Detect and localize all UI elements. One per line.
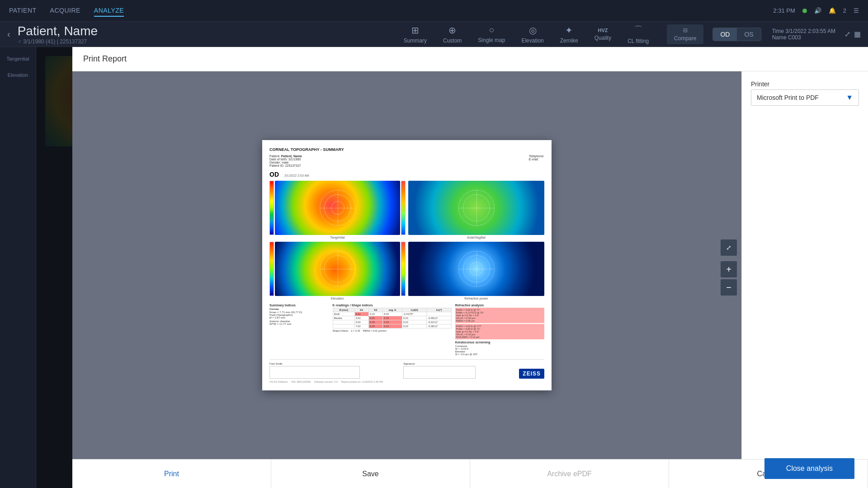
grid-icon[interactable]: ▦ [854,30,861,38]
doc-email: E-mail: [529,158,544,161]
tab-quality[interactable]: HVZ Quality [587,25,618,44]
refractive-map [408,242,544,296]
tab-clfitting[interactable]: ⌒ CL fitting [620,21,656,47]
singlemap-icon: ○ [489,25,494,35]
refractive-map-label: Refractive power [408,297,544,300]
close-analysis-button[interactable]: Close analysis [764,458,854,479]
doc-pvad-4: PVAD = 4.00 D @ 177°PVMs = 4.83 D @ 71°A… [455,324,544,339]
tab-custom[interactable]: ⊕ Custom [436,22,469,47]
compare-label: Compare [674,35,696,42]
doc-foot-smile-section: Foot Smile [269,362,360,379]
custom-icon: ⊕ [448,25,456,36]
save-button[interactable]: Save [271,460,470,488]
sidebar-item-elevation[interactable]: Elevation [0,67,36,83]
th-axis: Ax(*) [427,308,451,312]
nav-tab-analyze[interactable]: ANALYZE [94,5,124,17]
nav-tab-acquire[interactable]: ACQUIRE [50,5,80,17]
elevation-color-scale-left [269,242,274,296]
axial-map-label: Axial/Sagittal [408,236,544,239]
doc-patient-label: Patient: [269,155,280,158]
expand-icon[interactable]: ⤢ [844,30,850,38]
doc-pupil-val: Ø = 2.87 mm [269,316,329,319]
clfitting-icon: ⌒ [634,24,643,36]
compare-button[interactable]: ⊟ Compare [667,24,703,44]
doc-sn: S/N: 9801100008 [291,380,311,383]
k-row-3: Meridia 3.00 6.25 0.15 8.20 -0.48/11* [333,316,451,320]
sidebar: Tangential Elevation [0,47,36,488]
tab-clfitting-label: CL fitting [627,38,649,44]
doc-keratoconus-data: Curvatures SI = -0.03 D Elevation SI = -… [455,345,544,356]
modal-title: Print Report [83,54,127,64]
status-indicator [802,9,807,13]
modal-overlay: Print Report CORNEAL TOPOGRAPHY - SUMMAR… [36,47,868,488]
toolbar: ‹ Patient, Name ♂ 3/1/1980 (41) | 225137… [0,22,868,47]
nav-tab-patient[interactable]: PATIENT [9,5,37,17]
top-navigation: PATIENT ACQUIRE ANALYZE 2:31 PM 🔊 🔔 2 ☰ [0,0,868,22]
th-mm: Ø [mm] [333,308,354,312]
doc-od-row: OD 3/1/2022 2:03 AM [269,171,544,178]
printer-section: Printer Microsoft Print to PDF ▼ [751,80,859,106]
speaker-icon[interactable]: 🔊 [814,7,821,14]
bell-icon[interactable]: 🔔 [829,7,836,14]
doc-signature-box [403,366,476,379]
time-info: Time 3/1/2022 2:03:55 AM Name C003 [772,28,835,41]
patient-name: Patient, Name [18,24,98,38]
zoom-in-button[interactable]: + [721,261,737,277]
time-label: Time [772,28,784,34]
doc-footer-text: ATLAS Software S/N: 9801100008 Software … [269,380,544,383]
doc-dob-label: Date of birth: [269,158,288,161]
sidebar-item-tangential[interactable]: Tangential [0,51,36,67]
tab-quality-label: Quality [594,35,611,41]
th-k2: K2 [369,308,383,312]
doc-report-date: Report printed on: 11/9/2022 2:30 PM [341,380,383,383]
k-row-simc: SimK 4.2e 3.10 8.20 -0.41/75* [333,312,451,316]
notif-count: 2 [843,7,846,14]
doc-id-label: Patient ID: [269,164,284,167]
main-area: Tangential Elevation Print Report [0,47,868,488]
doc-patient-info: Patient: Patient, Name Date of birth: 3/… [269,155,544,167]
tab-zernike[interactable]: ✦ Zernike [553,22,585,47]
th-avg: avg. K [383,308,402,312]
name-value: C003 [788,34,801,41]
top-nav-right: 2:31 PM 🔊 🔔 2 ☰ [773,7,859,14]
modal-footer: Print Save Archive ePDF Cancel [72,459,868,488]
zoom-controls: ⤢ + − [721,239,737,296]
doc-od-label: OD [269,171,279,178]
doc-pvad-3: PVAD = 3.00 D @ 77°PVMs = 4.17/75 D @ 70… [455,308,544,323]
tab-elevation[interactable]: ◎ Elevation [514,22,551,47]
tab-summary[interactable]: ⊞ Summary [396,22,434,47]
elevation-color-scale-right [401,242,406,296]
doc-software: Software version: 3.0 [314,380,338,383]
fullscreen-button[interactable]: ⤢ [721,239,737,256]
doc-signature-section: Signature [403,362,476,379]
expand-icons: ⤢ ▦ [844,30,861,38]
doc-gender-label: Gender: [269,161,281,164]
tab-singlemap[interactable]: ○ Single map [471,22,512,46]
doc-shape-indices: Shape Indices e = 0.32 RMSd = 0.02 μm/mm [333,329,452,332]
doc-map-axial-container: Axial/Sagittal [408,181,544,239]
doc-title: CORNEAL TOPOGRAPHY - SUMMARY [269,147,544,152]
od-button[interactable]: OD [713,28,737,41]
doc-keratoconus-title: Keratoconus screening [455,341,544,344]
tab-singlemap-label: Single map [478,37,505,43]
axial-map [408,181,544,235]
doc-map-tangential-inner [269,181,406,235]
tab-summary-label: Summary [404,38,427,44]
menu-icon[interactable]: ☰ [854,7,859,14]
doc-map-elevation-inner [269,242,406,296]
doc-foot-smile-box [269,366,360,379]
refractive-center-ring [470,262,483,276]
elevation-map-label: Elevation [269,297,406,300]
tangential-color-scale-right [401,181,406,235]
back-button[interactable]: ‹ [7,29,10,39]
k-row-5: 5.00 6.25 0.15 8.20 -0.42/11* [333,320,451,324]
print-button[interactable]: Print [72,460,271,488]
current-time: 2:31 PM [773,7,795,14]
doc-map-refractive-container: Refractive power [408,242,544,300]
quality-icon: HVZ [598,28,608,33]
zoom-out-button[interactable]: − [721,279,737,296]
patient-details: ♂ 3/1/1980 (41) | 225137327 [18,38,107,45]
archive-epdf-button[interactable]: Archive ePDF [470,460,669,488]
printer-select[interactable]: Microsoft Print to PDF ▼ [751,89,859,106]
os-button[interactable]: OS [737,28,760,41]
